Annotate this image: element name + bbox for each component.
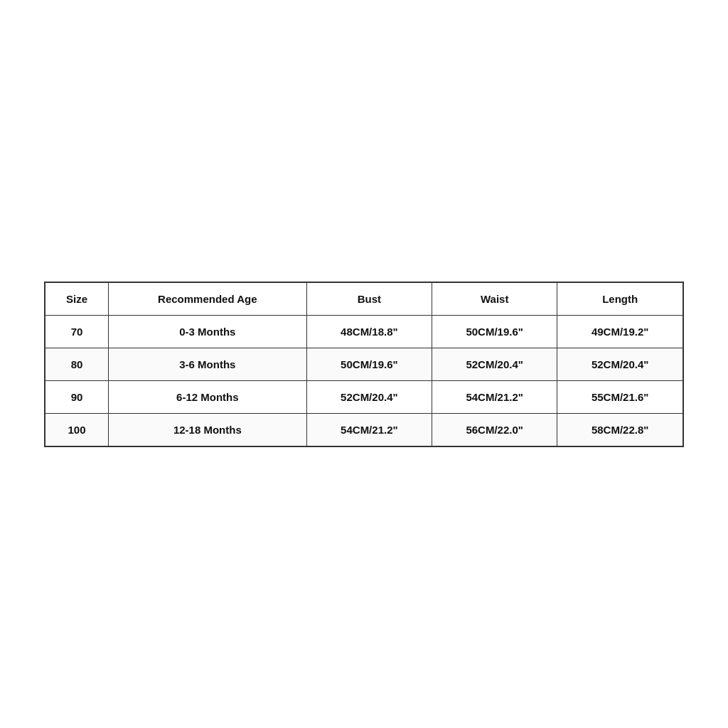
table-row: 700-3 Months48CM/18.8"50CM/19.6"49CM/19.… [45,315,683,348]
cell-bust: 50CM/19.6" [306,348,432,380]
cell-size: 100 [45,413,108,446]
cell-length: 49CM/19.2" [557,315,683,348]
header-size: Size [45,282,108,316]
cell-waist: 52CM/20.4" [432,348,557,380]
table-header-row: Size Recommended Age Bust Waist Length [45,282,683,316]
cell-size: 70 [45,315,108,348]
header-waist: Waist [432,282,557,316]
cell-size: 90 [45,380,108,413]
header-recommended-age: Recommended Age [108,282,306,316]
cell-size: 80 [45,348,108,380]
cell-bust: 48CM/18.8" [306,315,432,348]
cell-length: 52CM/20.4" [557,348,683,380]
cell-length: 55CM/21.6" [557,380,683,413]
cell-age: 3-6 Months [108,348,306,380]
table-row: 10012-18 Months54CM/21.2"56CM/22.0"58CM/… [45,413,683,446]
table-row: 803-6 Months50CM/19.6"52CM/20.4"52CM/20.… [45,348,683,380]
header-length: Length [557,282,683,316]
cell-length: 58CM/22.8" [557,413,683,446]
cell-age: 12-18 Months [108,413,306,446]
cell-age: 6-12 Months [108,380,306,413]
table-row: 906-12 Months52CM/20.4"54CM/21.2"55CM/21… [45,380,683,413]
cell-age: 0-3 Months [108,315,306,348]
cell-bust: 52CM/20.4" [306,380,432,413]
cell-bust: 54CM/21.2" [306,413,432,446]
size-chart-table: Size Recommended Age Bust Waist Length 7… [44,282,684,447]
size-chart-container: Size Recommended Age Bust Waist Length 7… [44,282,684,447]
cell-waist: 54CM/21.2" [432,380,557,413]
cell-waist: 50CM/19.6" [432,315,557,348]
header-bust: Bust [306,282,432,316]
cell-waist: 56CM/22.0" [432,413,557,446]
